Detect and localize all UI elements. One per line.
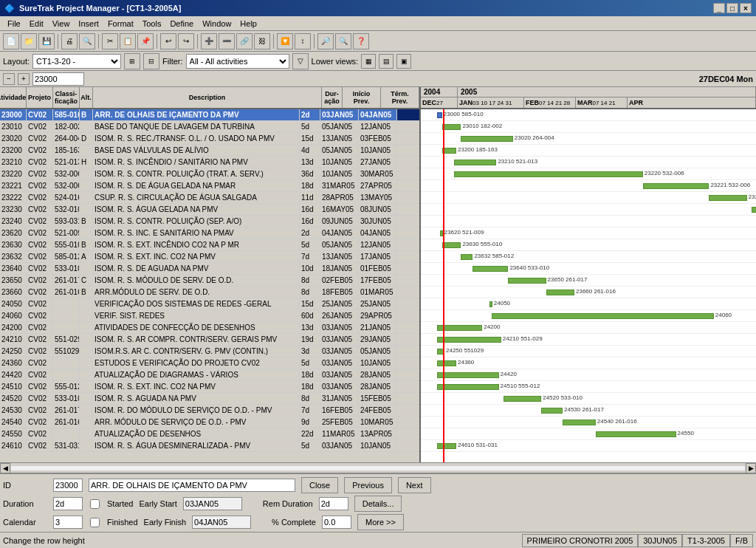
gantt-body: 23000 585-01023010 182-00223020 264-0042… — [421, 109, 756, 462]
view-btn3[interactable]: ▣ — [396, 54, 411, 69]
filter-select[interactable]: All - All activities — [186, 54, 289, 69]
menu-define[interactable]: Define — [165, 19, 198, 28]
preview-btn[interactable]: 🔍 — [79, 33, 95, 49]
copy-btn[interactable]: 📋 — [120, 33, 136, 49]
close-btn[interactable]: × — [740, 3, 752, 13]
table-row[interactable]: 23220CV02532-006ISOM. R. S. CONTR. POLUI… — [0, 168, 419, 180]
minimize-btn[interactable]: _ — [713, 3, 725, 13]
menu-window[interactable]: Window — [198, 19, 236, 28]
gantt-row: 23222 524-016 — [421, 192, 756, 204]
filter-btn[interactable]: 🔽 — [277, 33, 293, 49]
table-row[interactable]: 24530CV02261-017ISOM. R. DO MÓDULO DE SE… — [0, 405, 419, 417]
menu-file[interactable]: File — [3, 19, 25, 28]
table-row[interactable]: 24520CV02533-010ISOM. R. S. AGUADA NA PM… — [0, 393, 419, 405]
table-row[interactable]: 23632CV02585-012AISOM. R. S. EXT. INC. C… — [0, 251, 419, 263]
menu-view[interactable]: View — [48, 19, 75, 28]
id-label: ID — [3, 481, 47, 490]
table-row[interactable]: 23020CV02264-004DISOM. R. S. REC./TRANSF… — [0, 133, 419, 145]
table-row[interactable]: 23630CV02555-010BISOM. R. S. EXT. INCÊND… — [0, 239, 419, 251]
table-row[interactable]: 23650CV02261-017CISOM. R. S. MÓDULO DE S… — [0, 275, 419, 287]
duration-input[interactable] — [53, 497, 83, 510]
table-row[interactable]: 24420CV02ATUALIZAÇÃO DE DIAGRAMAS - VÁRI… — [0, 369, 419, 381]
redo-btn[interactable]: ↪ — [178, 33, 194, 49]
paste-btn[interactable]: 📌 — [137, 33, 154, 49]
add-btn[interactable]: ➕ — [201, 33, 217, 49]
col-header-end: Térm. Prev. — [381, 87, 419, 108]
table-row[interactable]: 23640CV02533-010ISOM. R. S. DE AGUADA NA… — [0, 263, 419, 275]
table-row[interactable]: 24050CV02VERIFICAÇÃO DOS SISTEMAS DE RED… — [0, 298, 419, 310]
table-row[interactable]: 24360CV02ESTUDOS E VERIFICAÇÃO DO PROJET… — [0, 357, 419, 369]
started-checkbox[interactable] — [90, 499, 100, 509]
cut-btn[interactable]: ✂ — [102, 33, 118, 49]
calendar-input[interactable] — [53, 516, 83, 529]
gantt-row: 23010 182-002 — [421, 121, 756, 133]
table-row[interactable]: 23000CV02585-010BARR. DE OLHAIS DE IÇAME… — [0, 109, 419, 121]
undo-btn[interactable]: ↩ — [160, 33, 176, 49]
desc-input[interactable] — [89, 479, 295, 492]
filter-icon-btn[interactable]: ▽ — [292, 53, 309, 69]
table-row[interactable]: 24550CV02ATUALIZAÇÃO DE DESENHOS22d11MAR… — [0, 428, 419, 440]
rem-dur-input[interactable] — [319, 497, 348, 510]
date-next-btn[interactable]: + — [18, 73, 30, 85]
scroll-track[interactable] — [10, 465, 746, 471]
table-row[interactable]: 23200CV02185-163BASE DAS VÁLVULAS DE ALÍ… — [0, 145, 419, 157]
table-row[interactable]: 23620CV02521-009ISOM. R. S. INC. E SANIT… — [0, 227, 419, 239]
table-row[interactable]: 24250CV02551029ISOM.R.S. AR C. CONTR/SER… — [0, 346, 419, 357]
unlink-btn[interactable]: ⛓ — [254, 33, 270, 49]
table-row[interactable]: 24210CV02551-029ISOM. R. S. AR COMPR. CO… — [0, 334, 419, 346]
table-row[interactable]: 24610CV02531-031ISOM. R. S. ÁGUA DESMINE… — [0, 440, 419, 452]
view-btn2[interactable]: ▤ — [379, 54, 394, 69]
table-row[interactable]: 23210CV02521-013HISOM. R. S. INCÊNDIO / … — [0, 157, 419, 168]
menu-tools[interactable]: Tools — [138, 19, 166, 28]
save-btn[interactable]: 💾 — [38, 33, 55, 49]
early-finish-input[interactable] — [192, 516, 251, 529]
open-btn[interactable]: 📁 — [21, 33, 37, 49]
table-body: 23000CV02585-010BARR. DE OLHAIS DE IÇAME… — [0, 109, 419, 462]
table-row[interactable]: 24540CV02261-016ARR. MÓDULO DE SERVIÇO D… — [0, 417, 419, 428]
col-headers: Atividades Projeto Classi-ficação Alt. D… — [0, 87, 419, 109]
zoom-out-btn[interactable]: 🔍 — [335, 33, 351, 49]
table-row[interactable]: 23230CV02532-010ISOM. R. S. ÁGUA GELADA … — [0, 204, 419, 216]
zoom-in-btn[interactable]: 🔎 — [317, 33, 334, 49]
new-btn[interactable]: 📄 — [3, 33, 19, 49]
maximize-btn[interactable]: □ — [726, 3, 738, 13]
pct-complete-input[interactable] — [322, 516, 351, 529]
date-prev-btn[interactable]: − — [3, 73, 15, 85]
scroll-left-btn[interactable]: ◀ — [0, 463, 10, 473]
link-btn[interactable]: 🔗 — [236, 33, 252, 49]
gantt-row: 23630 555-010 — [421, 239, 756, 251]
table-row[interactable]: 24510CV02555-012ISOM. R. S. EXT. INC. CO… — [0, 381, 419, 393]
id-input[interactable] — [53, 479, 83, 492]
view-btn1[interactable]: ▦ — [361, 54, 376, 69]
del-btn[interactable]: ➖ — [219, 33, 235, 49]
table-row[interactable]: 23221CV02532-006ISOM. R. S. DE ÁGUA GELA… — [0, 180, 419, 192]
scroll-right-btn[interactable]: ▶ — [746, 463, 756, 473]
menu-help[interactable]: Help — [236, 19, 261, 28]
table-row[interactable]: 23010CV02182-002BASE DO TANQUE DE LAVAGE… — [0, 121, 419, 133]
previous-button[interactable]: Previous — [344, 477, 392, 493]
table-row[interactable]: 23240CV02593-031BISOM. R. S. CONTR. POLU… — [0, 216, 419, 227]
more-button[interactable]: More >> — [357, 514, 404, 530]
early-start-input[interactable] — [183, 497, 242, 510]
gantt-label: 24540 261-016 — [597, 418, 637, 425]
menu-format[interactable]: Format — [103, 19, 138, 28]
table-row[interactable]: 23660CV02261-016BARR.MÓDULO DE SERV. DE … — [0, 287, 419, 298]
menu-insert[interactable]: Insert — [74, 19, 103, 28]
close-button[interactable]: Close — [301, 477, 338, 493]
next-button[interactable]: Next — [398, 477, 431, 493]
sort-btn[interactable]: ↕ — [295, 33, 311, 49]
print-btn[interactable]: 🖨 — [61, 33, 78, 49]
layout-select[interactable]: CT1-3-20 - — [32, 54, 121, 69]
help-btn[interactable]: ❓ — [353, 33, 369, 49]
layout-btn2[interactable]: ⊟ — [143, 53, 159, 69]
table-row[interactable]: 23222CV02524-016CSUP. R. S. CIRCULAÇÃO D… — [0, 192, 419, 204]
menu-edit[interactable]: Edit — [25, 19, 48, 28]
table-row[interactable]: 24060CV02VERIF. SIST. REDES60d26JAN0529A… — [0, 310, 419, 322]
table-row[interactable]: 24200CV02ATIVIDADES DE CONFECÇÃO DE DESE… — [0, 322, 419, 334]
status-right: PRIMEIRO CRONOTRI 2005 30JUN05 T1-3-2005… — [522, 534, 753, 547]
date-input[interactable] — [32, 72, 84, 86]
gantt-label: 24510 555-012 — [501, 383, 540, 389]
details-button[interactable]: Details... — [354, 496, 402, 512]
layout-btn1[interactable]: ⊞ — [124, 53, 140, 69]
finished-checkbox[interactable] — [90, 518, 100, 527]
